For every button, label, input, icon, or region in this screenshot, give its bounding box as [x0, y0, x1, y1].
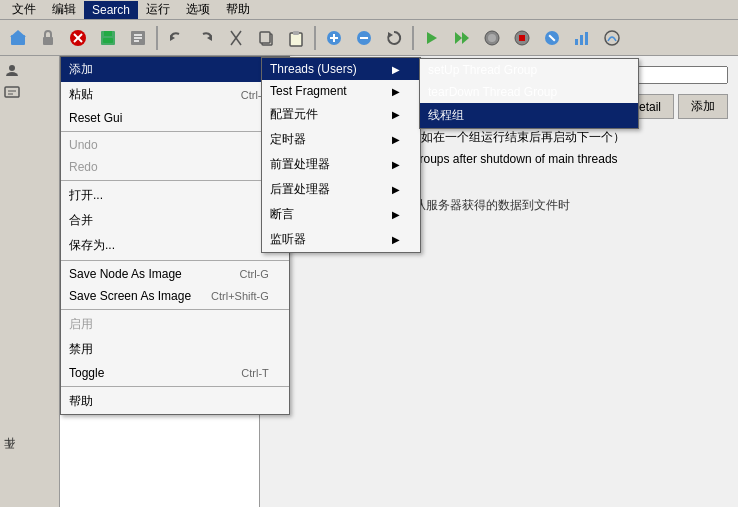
ctx-l2-pre[interactable]: 前置处理器 ▶	[262, 152, 420, 177]
toolbar-save[interactable]	[94, 24, 122, 52]
ctx-item-helpme[interactable]: 帮助	[61, 389, 289, 414]
ctx-item-save-node[interactable]: Save Node As Image Ctrl-G	[61, 263, 289, 285]
ctx-item-saveas[interactable]: 保存为...	[61, 233, 289, 258]
ctx-item-undo: Undo	[61, 134, 289, 156]
ctx-l2-threads-label: Threads (Users)	[270, 62, 357, 76]
ctx-item-paste[interactable]: 粘贴 Ctrl-V	[61, 82, 289, 107]
left-icon-2[interactable]	[2, 82, 22, 102]
ctx-l2-fragment-arrow: ▶	[392, 86, 400, 97]
svg-marker-27	[427, 32, 437, 44]
toolbar-stop[interactable]	[64, 24, 92, 52]
ctx-item-disable[interactable]: 禁用	[61, 337, 289, 362]
ctx-l2-assert[interactable]: 断言 ▶	[262, 202, 420, 227]
menu-run[interactable]: 运行	[138, 0, 178, 20]
ctx-l2-fragment[interactable]: Test Fragment ▶	[262, 80, 420, 102]
ctx-item-open-label: 打开...	[69, 187, 103, 204]
menu-options[interactable]: 选项	[178, 0, 218, 20]
ctx-item-merge[interactable]: 合并	[61, 208, 289, 233]
toolbar-clear[interactable]	[538, 24, 566, 52]
toolbar-record[interactable]	[478, 24, 506, 52]
ctx-item-enable-label: 启用	[69, 316, 93, 333]
ctx-l2-post-arrow: ▶	[392, 184, 400, 195]
ctx-item-save-screen-label: Save Screen As Image	[69, 289, 191, 303]
ctx-item-disable-label: 禁用	[69, 341, 93, 358]
menu-edit[interactable]: 编辑	[44, 0, 84, 20]
menu-search[interactable]: Search	[84, 1, 138, 19]
ctx-item-add[interactable]: 添加 ▶	[61, 57, 289, 82]
ctx-l2-timer-label: 定时器	[270, 131, 306, 148]
toolbar-redo[interactable]	[192, 24, 220, 52]
toolbar-add[interactable]	[320, 24, 348, 52]
ctx-item-reset[interactable]: Reset Gui	[61, 107, 289, 129]
svg-rect-36	[575, 39, 578, 45]
toolbar-lock[interactable]	[34, 24, 62, 52]
ctx-item-open[interactable]: 打开...	[61, 183, 289, 208]
ctx-l3-thread-group[interactable]: 线程组	[420, 103, 638, 128]
toolbar-analyze[interactable]	[598, 24, 626, 52]
ctx-l2-threads[interactable]: Threads (Users) ▶ setUp Thread Group tea…	[262, 58, 420, 80]
ctx-item-save-screen-shortcut: Ctrl+Shift-G	[211, 290, 269, 302]
ctx-l2-config-label: 配置元件	[270, 106, 318, 123]
toolbar-cut[interactable]	[222, 24, 250, 52]
left-icon-1[interactable]	[2, 60, 22, 80]
ctx-item-redo-label: Redo	[69, 160, 98, 174]
ctx-item-saveas-label: 保存为...	[69, 237, 115, 254]
ctx-item-toggle-shortcut: Ctrl-T	[241, 367, 269, 379]
ctx-l2-threads-arrow: ▶	[392, 64, 400, 75]
toolbar-play[interactable]	[418, 24, 446, 52]
ctx-l2-pre-label: 前置处理器	[270, 156, 330, 173]
ctx-item-add-label: 添加	[69, 61, 93, 78]
ctx-item-toggle-label: Toggle	[69, 366, 104, 380]
toolbar-paste[interactable]	[282, 24, 310, 52]
add-button[interactable]: 添加	[678, 94, 728, 119]
svg-rect-41	[5, 87, 19, 97]
svg-point-39	[605, 31, 619, 45]
svg-rect-18	[260, 32, 270, 43]
ctx-sep-5	[61, 386, 289, 387]
left-panel: 工作	[0, 56, 60, 507]
ctx-item-save-node-shortcut: Ctrl-G	[240, 268, 269, 280]
context-menu-l3: setUp Thread Group tearDown Thread Group…	[419, 58, 639, 129]
ctx-l2-post[interactable]: 后置处理器 ▶	[262, 177, 420, 202]
toolbar-refresh[interactable]	[380, 24, 408, 52]
svg-rect-7	[104, 31, 112, 36]
svg-rect-33	[519, 35, 525, 41]
svg-marker-28	[455, 32, 462, 44]
ctx-item-toggle[interactable]: Toggle Ctrl-T	[61, 362, 289, 384]
ctx-l2-assert-arrow: ▶	[392, 209, 400, 220]
toolbar-home[interactable]	[4, 24, 32, 52]
toolbar-undo[interactable]	[162, 24, 190, 52]
svg-rect-37	[580, 35, 583, 45]
ctx-l2-config-arrow: ▶	[392, 109, 400, 120]
toolbar-remove[interactable]	[350, 24, 378, 52]
toolbar-stop-btn[interactable]	[508, 24, 536, 52]
ctx-sep-2	[61, 180, 289, 181]
ctx-l2-fragment-label: Test Fragment	[270, 84, 347, 98]
toolbar	[0, 20, 738, 56]
toolbar-sep3	[412, 26, 414, 50]
svg-marker-26	[388, 32, 393, 38]
ctx-l2-listener-arrow: ▶	[392, 234, 400, 245]
ctx-item-undo-label: Undo	[69, 138, 98, 152]
toolbar-fast-forward[interactable]	[448, 24, 476, 52]
svg-rect-20	[293, 31, 299, 35]
ctx-item-save-node-label: Save Node As Image	[69, 267, 182, 281]
ctx-item-enable: 启用	[61, 312, 289, 337]
context-menu-l2: Threads (Users) ▶ setUp Thread Group tea…	[261, 57, 421, 253]
toolbar-sep1	[156, 26, 158, 50]
ctx-item-save-screen[interactable]: Save Screen As Image Ctrl+Shift-G	[61, 285, 289, 307]
ctx-l3-setup[interactable]: setUp Thread Group	[420, 59, 638, 81]
ctx-l2-listener[interactable]: 监听器 ▶	[262, 227, 420, 252]
menu-file[interactable]: 文件	[4, 0, 44, 20]
ctx-l3-teardown[interactable]: tearDown Thread Group	[420, 81, 638, 103]
ctx-l2-timer[interactable]: 定时器 ▶	[262, 127, 420, 152]
ctx-item-reset-label: Reset Gui	[69, 111, 122, 125]
toolbar-edit[interactable]	[124, 24, 152, 52]
toolbar-chart[interactable]	[568, 24, 596, 52]
svg-rect-38	[585, 32, 588, 45]
ctx-l2-config[interactable]: 配置元件 ▶	[262, 102, 420, 127]
menu-help[interactable]: 帮助	[218, 0, 258, 20]
ctx-item-paste-label: 粘贴	[69, 86, 93, 103]
toolbar-copy[interactable]	[252, 24, 280, 52]
svg-point-40	[9, 65, 15, 71]
